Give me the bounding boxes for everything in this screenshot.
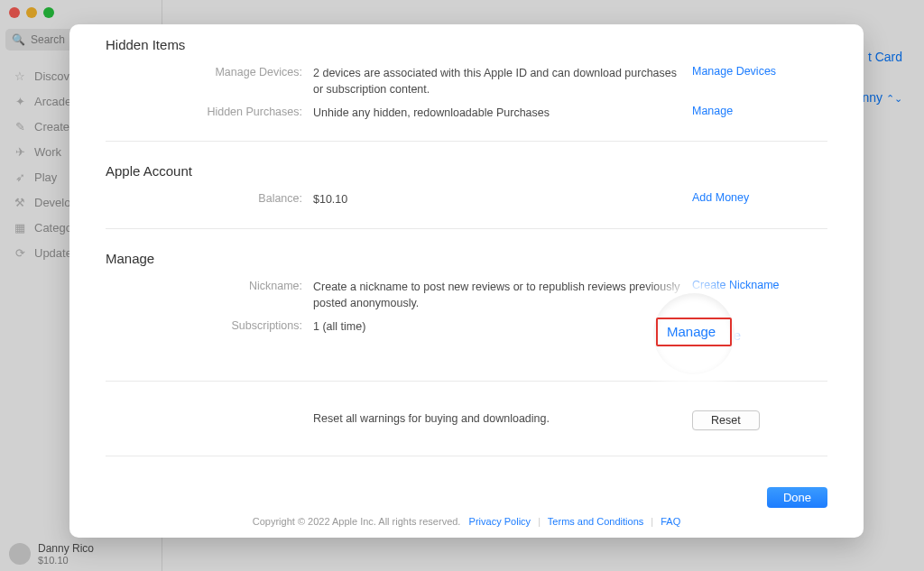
reset-button[interactable]: Reset (692, 410, 760, 430)
nickname-text: Create a nickname to post new reviews or… (313, 279, 692, 311)
manage-devices-row: Manage Devices: 2 devices are associated… (106, 61, 827, 101)
subscriptions-label: Subscriptions: (106, 318, 313, 332)
modal-footer: Copyright © 2022 Apple Inc. All rights r… (69, 516, 864, 527)
divider (106, 456, 827, 456)
done-button[interactable]: Done (767, 487, 827, 508)
add-money-link[interactable]: Add Money (692, 191, 827, 204)
subscriptions-text: 1 (all time) (313, 318, 692, 335)
hidden-purchases-link[interactable]: Manage (692, 105, 827, 117)
terms-link[interactable]: Terms and Conditions (548, 516, 643, 527)
manage-devices-label: Manage Devices: (106, 65, 313, 78)
account-modal: Hidden Items Manage Devices: 2 devices a… (69, 24, 864, 538)
balance-value: $10.10 (313, 191, 692, 207)
divider (106, 141, 827, 142)
apple-account-heading: Apple Account (106, 163, 827, 179)
hidden-purchases-label: Hidden Purchases: (106, 105, 313, 118)
divider (106, 381, 827, 382)
subscriptions-row: Subscriptions: 1 (all time) Manage (106, 315, 827, 355)
nickname-row: Nickname: Create a nickname to post new … (106, 275, 827, 315)
hidden-purchases-row: Hidden Purchases: Unhide any hidden, red… (106, 101, 827, 124)
balance-row: Balance: $10.10 Add Money (106, 188, 827, 211)
manage-devices-text: 2 devices are associated with this Apple… (313, 65, 692, 97)
reset-warnings-text: Reset all warnings for buying and downlo… (313, 410, 692, 427)
hidden-purchases-text: Unhide any hidden, redownloadable Purcha… (313, 105, 692, 121)
create-nickname-link[interactable]: Create Nickname (692, 279, 827, 291)
privacy-link[interactable]: Privacy Policy (469, 516, 531, 527)
hidden-items-heading: Hidden Items (106, 37, 827, 52)
manage-subscriptions-link-overlay[interactable]: Manage (667, 324, 716, 339)
manage-heading: Manage (106, 251, 827, 266)
modal-actions: Done (69, 474, 864, 508)
reset-warnings-row: Reset all warnings for buying and downlo… (106, 407, 827, 434)
faq-link[interactable]: FAQ (661, 516, 680, 527)
manage-devices-link[interactable]: Manage Devices (692, 65, 827, 78)
copyright-text: Copyright © 2022 Apple Inc. All rights r… (253, 516, 461, 527)
divider (106, 228, 827, 229)
balance-label: Balance: (106, 191, 313, 205)
nickname-label: Nickname: (106, 279, 313, 292)
